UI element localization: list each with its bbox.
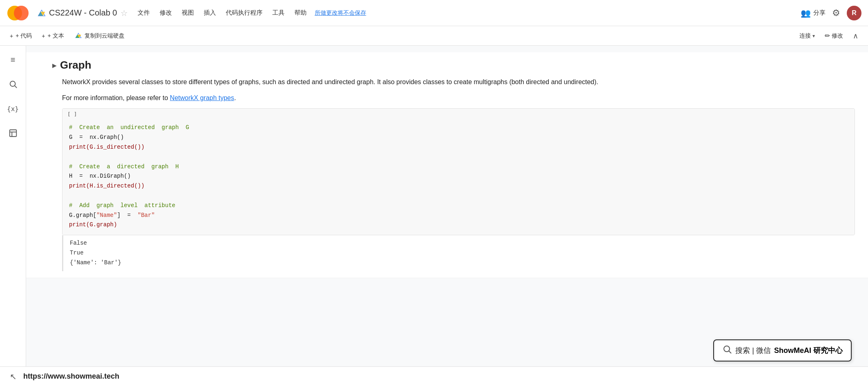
share-label: 分享	[813, 9, 826, 17]
text-para-2: For more information, please refer to Ne…	[52, 92, 855, 103]
para1-text: NetworkX provides several classes to sto…	[62, 78, 598, 85]
main-layout: ≡ {x} ▶ Graph	[0, 46, 868, 386]
code-cell: [ ] # Create an undirected graph G G = n…	[62, 108, 855, 235]
menu-insert[interactable]: 插入	[199, 9, 221, 17]
networkx-link[interactable]: NetworkX graph types	[170, 94, 234, 101]
cursor-icon: ↖	[10, 372, 17, 382]
search-widget-text: 搜索 | 微信	[735, 346, 771, 355]
edit-button[interactable]: ✏ 修改	[821, 30, 846, 41]
menu-file[interactable]: 文件	[133, 9, 155, 17]
unsaved-warning[interactable]: 所做更改将不会保存	[315, 9, 366, 17]
copy-to-drive-button[interactable]: 复制到云端硬盘	[71, 31, 129, 41]
para2-prefix: For more information, please refer to	[62, 94, 170, 101]
sidebar-variables-icon[interactable]: {x}	[6, 101, 20, 116]
plus-icon-2: +	[42, 33, 45, 39]
graph-section: ▶ Graph NetworkX provides several classe…	[26, 52, 868, 278]
drive-icon-small	[75, 32, 82, 40]
svg-point-9	[10, 81, 15, 87]
svg-point-14	[724, 346, 730, 352]
svg-rect-11	[9, 130, 16, 137]
code-line-5: H = nx.DiGraph()	[69, 173, 131, 179]
text-para-1: NetworkX provides several classes to sto…	[52, 76, 855, 87]
edit-label: 修改	[832, 32, 843, 40]
star-icon[interactable]: ☆	[120, 8, 128, 18]
section-collapse-arrow[interactable]: ▶	[52, 62, 57, 69]
people-icon: 👥	[801, 8, 811, 18]
plus-icon: +	[10, 33, 13, 39]
bottom-bar: ↖ https://www.showmeai.tech	[0, 366, 868, 386]
add-text-label: + 文本	[47, 32, 64, 40]
collapse-button[interactable]: ∧	[850, 30, 861, 42]
sidebar-menu-icon[interactable]: ≡	[6, 52, 20, 67]
run-indicator[interactable]: [ ]	[67, 111, 77, 117]
toolbar: + + 代码 + + 文本 复制到云端硬盘 连接 ▾ ✏ 修改 ∧	[0, 26, 868, 46]
add-text-button[interactable]: + + 文本	[38, 31, 67, 41]
logo-area	[7, 2, 29, 25]
code-line-3: print(G.is_directed())	[69, 144, 145, 150]
code-line-9: print(G.graph)	[69, 221, 117, 228]
code-line-4: # Create a directed graph H	[69, 163, 179, 170]
connect-dropdown-icon[interactable]: ▾	[812, 33, 815, 39]
left-sidebar: ≡ {x}	[0, 46, 26, 386]
svg-point-1	[14, 6, 29, 20]
colab-logo[interactable]	[7, 2, 29, 25]
copy-to-drive-label: 复制到云端硬盘	[85, 32, 125, 40]
menu-runtime[interactable]: 代码执行程序	[221, 9, 267, 17]
toolbar-right: 连接 ▾ ✏ 修改 ∧	[796, 30, 861, 42]
add-code-button[interactable]: + + 代码	[7, 31, 35, 41]
menu-bar: 文件 修改 视图 插入 代码执行程序 工具 帮助 所做更改将不会保存	[133, 9, 366, 17]
add-code-label: + 代码	[16, 32, 32, 40]
bottom-url[interactable]: https://www.showmeai.tech	[23, 372, 119, 381]
drive-icon	[38, 8, 46, 18]
search-widget-icon	[722, 344, 732, 357]
code-line-6: print(H.is_directed())	[69, 183, 145, 189]
search-widget[interactable]: 搜索 | 微信 ShowMeAI 研究中心	[713, 339, 852, 361]
svg-line-15	[729, 351, 732, 354]
output-line-2: True	[70, 250, 84, 256]
notebook-title[interactable]: CS224W - Colab 0	[49, 8, 117, 18]
menu-edit[interactable]: 修改	[155, 9, 177, 17]
menu-view[interactable]: 视图	[177, 9, 199, 17]
code-line-8: G.graph["Name"] = "Bar"	[69, 212, 155, 219]
share-button[interactable]: 👥 分享	[801, 8, 826, 18]
section-heading-row: ▶ Graph	[52, 59, 855, 71]
topbar-right: 👥 分享 ⚙ R	[801, 6, 861, 20]
settings-icon[interactable]: ⚙	[832, 8, 840, 18]
output-cell: False True {'Name': 'Bar'}	[62, 235, 855, 271]
search-widget-brand: ShowMeAI 研究中心	[774, 346, 843, 355]
connect-button[interactable]: 连接 ▾	[796, 31, 818, 41]
menu-help[interactable]: 帮助	[289, 9, 312, 17]
pencil-icon: ✏	[825, 32, 830, 40]
code-content[interactable]: # Create an undirected graph G G = nx.Gr…	[62, 120, 855, 235]
output-line-1: False	[70, 240, 87, 246]
sidebar-search-icon[interactable]	[6, 77, 20, 91]
menu-tools[interactable]: 工具	[267, 9, 289, 17]
code-line-1: # Create an undirected graph G	[69, 124, 189, 131]
content-area: ▶ Graph NetworkX provides several classe…	[26, 46, 868, 386]
code-line-2: G = nx.Graph()	[69, 134, 124, 141]
avatar[interactable]: R	[847, 6, 861, 20]
section-heading: Graph	[60, 59, 91, 71]
connect-label: 连接	[799, 32, 811, 40]
code-line-7: # Add graph level attribute	[69, 202, 175, 209]
topbar: CS224W - Colab 0 ☆ 文件 修改 视图 插入 代码执行程序 工具…	[0, 0, 868, 26]
sidebar-files-icon[interactable]	[6, 126, 20, 141]
code-cell-header: [ ]	[62, 109, 855, 120]
title-area: CS224W - Colab 0 ☆	[38, 8, 128, 18]
svg-line-10	[15, 86, 17, 88]
para2-suffix: .	[234, 94, 236, 101]
output-line-3: {'Name': 'Bar'}	[70, 259, 121, 266]
